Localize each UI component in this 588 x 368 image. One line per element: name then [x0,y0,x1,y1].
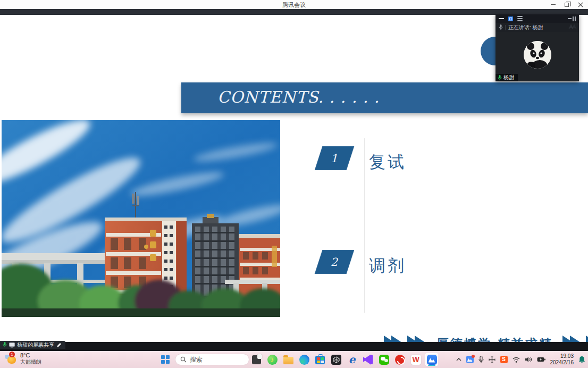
participant-nametag: 杨甜 [495,74,518,81]
weather-widget[interactable]: 1 8°C 大部晴朗 [4,352,41,365]
weather-icon: 1 [4,353,17,365]
toc-item-1-shape: 1 [315,146,355,170]
battery-icon[interactable] [537,357,545,362]
video-view-icon[interactable] [508,16,513,21]
start-button[interactable] [161,355,170,364]
toc-item-1-number: 1 [331,152,338,165]
mic-on-icon [498,75,502,81]
taskbar-apps: ♪ e W [250,351,438,368]
panel-collapse-icon[interactable] [568,16,576,21]
red-circle-app-icon[interactable] [393,353,406,366]
speaking-label: 正在讲话: 杨甜 [508,24,543,31]
volume-icon[interactable] [525,356,532,363]
toc-item-2-label: 调剂 [369,255,406,277]
toc-item-2-number: 2 [331,256,338,269]
speaking-indicator-row: 正在讲话: 杨甜 [495,23,579,32]
desktop-screen: 腾讯会议 CONTENTS. . . . . . [0,0,588,368]
campus-photo [2,120,280,317]
participant-name: 杨甜 [503,74,514,81]
restore-button[interactable] [564,2,570,8]
wps-office-icon[interactable]: W [409,353,422,366]
toc-item-1-label: 复试 [369,151,406,173]
panel-header [495,14,579,23]
share-monitor-icon [9,342,15,348]
toc-item-2-shape: 2 [315,250,355,274]
tray-chevron-up-icon[interactable] [456,358,461,361]
panel-minimize-icon[interactable] [499,18,504,19]
slide-title-banner: CONTENTS. . . . . . [181,82,588,113]
window-controls [550,0,584,9]
clock-time: 19:03 [560,353,574,360]
slide-title: CONTENTS. . . . . . [181,82,588,112]
minimize-button[interactable] [550,2,556,8]
cube-app-icon[interactable] [330,353,342,366]
participant-avatar [524,41,551,69]
file-explorer-icon[interactable] [282,353,295,366]
qq-music-icon[interactable]: ♪ [266,353,279,366]
weather-desc: 大部晴朗 [20,359,41,365]
search-box[interactable]: 搜索 [175,354,249,365]
list-view-icon[interactable] [517,16,523,21]
window-titlebar: 腾讯会议 [0,0,588,9]
input-cross-icon[interactable] [489,356,495,363]
sogou-input-icon[interactable]: S [500,356,508,363]
taskbar: 1 8°C 大部晴朗 搜索 ♪ e W [0,351,588,368]
mic-tray-icon[interactable] [478,356,484,363]
taskbar-clock[interactable]: 19:03 2024/2/16 [550,353,574,366]
weather-badge: 1 [9,352,15,357]
visual-studio-icon[interactable] [362,353,374,366]
microsoft-store-icon[interactable] [314,353,326,366]
clock-date: 2024/2/16 [550,359,574,366]
slide-grid-line [364,138,365,313]
close-button[interactable] [577,2,584,8]
blue-e-app-icon[interactable]: e [346,353,358,366]
speaking-mic-icon [499,23,503,32]
system-tray: S 19:03 2024/2/16 [456,351,586,368]
notification-bell-icon[interactable] [578,356,585,363]
wifi-icon[interactable] [513,357,520,363]
screen-share-tab[interactable]: 杨甜的屏幕共享 [0,341,65,349]
wechat-icon[interactable] [377,353,390,366]
meeting-watermark-icon [568,24,577,29]
meeting-tray-icon[interactable] [466,356,474,363]
search-placeholder: 搜索 [190,355,203,364]
shared-screen-bottom-edge [0,342,588,351]
window-title: 腾讯会议 [0,1,588,9]
meeting-video-panel: 正在讲话: 杨甜 杨甜 [495,14,579,81]
participant-video-tile[interactable]: 杨甜 [495,32,579,81]
annotate-pencil-icon[interactable] [56,342,62,348]
search-icon [180,356,187,363]
snip-tool-icon[interactable] [250,353,263,366]
weather-temp: 8°C [20,352,41,359]
share-label: 杨甜的屏幕共享 [17,341,54,349]
edge-icon[interactable] [298,353,310,366]
tencent-meeting-icon[interactable] [425,353,438,366]
share-mic-icon [3,342,7,348]
